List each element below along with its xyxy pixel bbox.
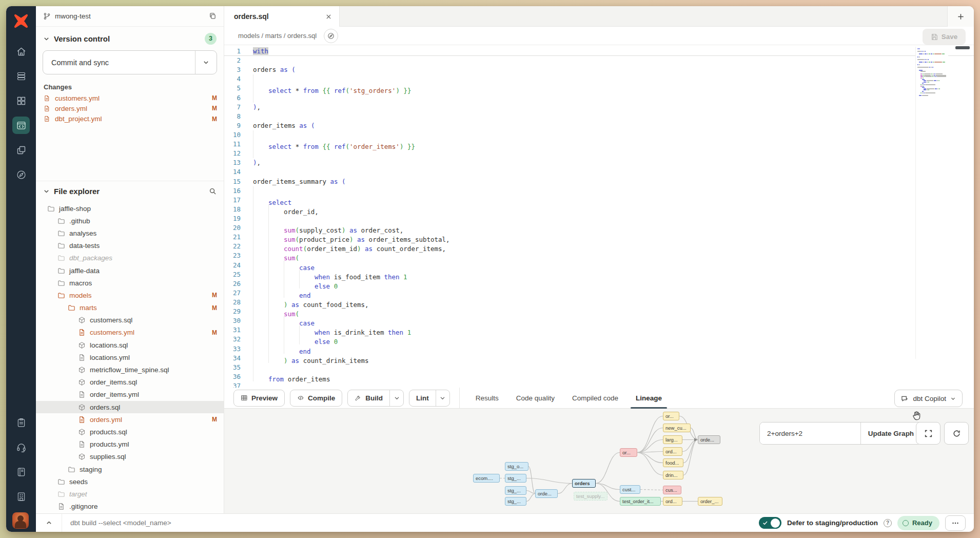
lineage-node-ecom[interactable]: ecom.... [473, 474, 500, 483]
expand-command-bar-button[interactable] [36, 520, 62, 526]
branch-name[interactable]: mwong-test [55, 12, 91, 20]
lineage-node-orde3[interactable]: orde... [535, 489, 558, 498]
lineage-node-ord_y1[interactable]: ord... [663, 447, 682, 456]
tree-item-products-yml[interactable]: products.yml [36, 438, 224, 451]
stack-icon[interactable] [12, 67, 30, 85]
tree-item-marts[interactable]: martsM [36, 302, 224, 314]
commit-options-dropdown[interactable] [195, 51, 217, 74]
tree-item-products-sql[interactable]: products.sql [36, 426, 224, 438]
tree-item--gitignore[interactable]: .gitignore [36, 501, 224, 513]
lineage-node-stg3[interactable]: stg_... [505, 486, 526, 495]
preview-button[interactable]: Preview [233, 390, 285, 407]
lineage-node-orders[interactable]: orders [572, 479, 596, 488]
tree-item-dbt-packages[interactable]: dbt_packages [36, 252, 224, 264]
update-graph-button[interactable]: Update Graph [860, 422, 921, 444]
tree-item-supplies-sql[interactable]: supplies.sql [36, 451, 224, 463]
close-icon[interactable] [325, 13, 332, 20]
search-icon[interactable] [209, 187, 217, 195]
fullscreen-button[interactable] [916, 422, 940, 445]
lineage-panel[interactable]: Update Graph ecom....stg_o...stg_...stg_… [224, 409, 974, 513]
lint-dropdown[interactable] [436, 390, 449, 406]
lineage-node-drin[interactable]: drin... [663, 471, 683, 479]
editor-icon[interactable] [12, 117, 30, 134]
changed-file-item[interactable]: dbt_project.ymlM [44, 114, 217, 124]
help-icon[interactable]: ? [884, 519, 892, 527]
lineage-node-test_order[interactable]: test_order_it... [620, 497, 661, 506]
lineage-node-ord_y2[interactable]: ord... [663, 497, 682, 506]
grid-icon[interactable] [12, 92, 30, 109]
lineage-node-new_cu[interactable]: new_cu... [663, 424, 691, 432]
tree-item-macros[interactable]: macros [36, 277, 224, 289]
home-icon[interactable] [12, 43, 30, 60]
tree-item-models[interactable]: modelsM [36, 289, 224, 301]
tree-item--github[interactable]: .github [36, 215, 224, 227]
build-button[interactable]: Build [347, 390, 404, 407]
lineage-node-test_supply[interactable]: test_supply... [574, 492, 607, 501]
tree-item-staging[interactable]: staging [36, 463, 224, 475]
command-input[interactable] [70, 519, 327, 527]
button-label-group: Build [348, 390, 389, 406]
tree-item-jaffle-data[interactable]: jaffle-data [36, 264, 224, 277]
minimap[interactable] [915, 47, 948, 359]
tab-compiled-code[interactable]: Compiled code [569, 394, 621, 409]
clipboard-icon[interactable] [12, 414, 30, 431]
tree-item-locations-sql[interactable]: locations.sql [36, 339, 224, 351]
refresh-button[interactable] [944, 422, 969, 445]
save-button[interactable]: Save [923, 29, 966, 45]
breadcrumb[interactable]: models / marts / orders.sql [238, 32, 317, 40]
lineage-node-cust[interactable]: cust... [620, 485, 640, 494]
tree-item-analyses[interactable]: analyses [36, 227, 224, 239]
tree-item-locations-yml[interactable]: locations.yml [36, 351, 224, 363]
defer-toggle[interactable] [759, 517, 781, 529]
more-options-button[interactable] [945, 515, 966, 531]
lineage-node-larg[interactable]: larg... [663, 435, 682, 444]
tree-item-data-tests[interactable]: data-tests [36, 240, 224, 252]
lineage-node-order_far[interactable]: order_... [698, 497, 722, 506]
editor-scrollbar[interactable] [955, 46, 970, 49]
lineage-node-or_y[interactable]: or... [663, 412, 679, 420]
tree-item-seeds[interactable]: seeds [36, 475, 224, 488]
user-avatar[interactable] [12, 512, 29, 529]
lineage-node-food[interactable]: food... [663, 458, 683, 467]
tree-item-order-items-yml[interactable]: order_items.yml [36, 389, 224, 401]
tab-code-quality[interactable]: Code quality [513, 394, 558, 409]
lineage-node-stg4[interactable]: stg_... [505, 497, 526, 506]
tab-results[interactable]: Results [473, 394, 502, 409]
lineage-node-or_pink[interactable]: or... [620, 448, 637, 457]
tree-item-orders-sql[interactable]: orders.sql [36, 401, 224, 413]
tree-item-order-items-sql[interactable]: order_items.sql [36, 376, 224, 389]
changed-file-item[interactable]: orders.ymlM [44, 103, 217, 113]
lineage-node-stg2[interactable]: stg_... [505, 474, 526, 483]
file-explorer-header[interactable]: File explorer [36, 184, 224, 198]
compile-button[interactable]: Compile [290, 390, 342, 407]
tree-item-metricflow-time-spine-sql[interactable]: metricflow_time_spine.sql [36, 363, 224, 376]
tree-item-orders-yml[interactable]: orders.ymlM [36, 413, 224, 426]
dbt-copilot-button[interactable]: dbt Copilot [894, 390, 963, 407]
commit-and-sync-button[interactable]: Commit and sync [43, 50, 217, 74]
lineage-node-stg1[interactable]: stg_o... [505, 462, 528, 471]
lineage-filter-input[interactable] [760, 422, 860, 444]
duplicate-icon[interactable] [209, 12, 217, 20]
new-tab-button[interactable] [947, 6, 974, 27]
model-cube-icon [78, 404, 86, 411]
tree-item-target[interactable]: target [36, 488, 224, 500]
kiosk-icon[interactable] [12, 488, 30, 505]
code-editor[interactable]: 1with23orders as (45select * from {{ ref… [224, 45, 974, 388]
build-dropdown[interactable] [389, 390, 403, 406]
version-control-header[interactable]: Version control 3 [36, 31, 224, 46]
globe-icon[interactable] [12, 166, 30, 183]
changed-file-item[interactable]: customers.ymlM [44, 93, 217, 103]
headset-icon[interactable] [12, 438, 30, 456]
book-icon[interactable] [12, 463, 30, 481]
tree-item-jaffle-shop[interactable]: jaffle-shop [36, 202, 224, 215]
tab-lineage[interactable]: Lineage [633, 394, 665, 409]
tree-item-customers-yml[interactable]: customers.ymlM [36, 326, 224, 339]
open-in-lineage-button[interactable] [324, 29, 338, 43]
lineage-node-orde_gray[interactable]: orde... [698, 435, 720, 444]
dbt-logo-icon[interactable] [11, 11, 31, 31]
tab-orders-sql[interactable]: orders.sql [224, 6, 340, 27]
lineage-node-cus_pink[interactable]: cus... [663, 486, 681, 494]
lint-button[interactable]: Lint [409, 390, 450, 407]
tree-item-customers-sql[interactable]: customers.sql [36, 314, 224, 326]
windows-icon[interactable] [12, 141, 30, 159]
